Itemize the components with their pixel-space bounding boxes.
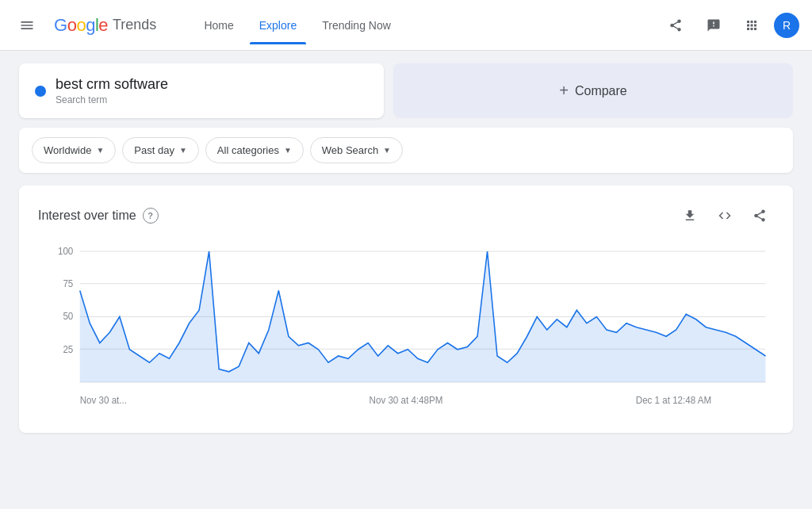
header: Google Trends Home Explore Trending Now … [0,0,812,51]
logo-trends-text: Trends [113,17,156,33]
svg-text:Dec 1 at 12:48 AM: Dec 1 at 12:48 AM [636,395,711,406]
main-nav: Home Explore Trending Now [194,13,400,38]
filter-search-type-label: Web Search [322,144,378,156]
filter-time-arrow: ▼ [179,146,187,155]
apps-button[interactable] [736,10,768,41]
chart-actions [676,201,774,230]
filter-location[interactable]: Worldwide ▼ [32,137,116,163]
chart-title-group: Interest over time ? [38,208,159,224]
help-icon[interactable]: ? [143,208,159,224]
search-text-group: best crm software Search term [56,76,168,105]
filter-search-type-arrow: ▼ [383,146,391,155]
embed-chart-button[interactable] [710,201,739,230]
svg-text:Nov 30 at...: Nov 30 at... [80,395,127,406]
filter-location-arrow: ▼ [96,146,104,155]
chart-header: Interest over time ? [38,201,774,230]
menu-icon[interactable] [13,11,41,40]
svg-text:25: 25 [63,343,73,354]
nav-home[interactable]: Home [194,13,243,38]
chart-section: Interest over time ? [19,186,793,433]
share-chart-button[interactable] [745,201,774,230]
nav-explore[interactable]: Explore [250,13,306,38]
search-term: best crm software [56,76,168,93]
filter-category-arrow: ▼ [284,146,292,155]
filter-time-label: Past day [134,144,174,156]
logo-google-text: Google [54,15,108,36]
filter-time[interactable]: Past day ▼ [122,137,199,163]
svg-text:Nov 30 at 4:48PM: Nov 30 at 4:48PM [370,395,443,406]
search-type-label: Search term [56,94,168,105]
compare-box[interactable]: + Compare [393,63,793,118]
compare-label: Compare [575,84,627,98]
nav-trending[interactable]: Trending Now [312,13,400,38]
header-left: Google Trends Home Explore Trending Now [13,11,400,40]
filter-category-label: All categories [217,144,279,156]
compare-plus-icon: + [559,82,569,100]
logo[interactable]: Google Trends [54,15,156,36]
search-dot-indicator [35,86,46,97]
chart-container: 100 75 50 25 Nov 30 at... Nov 30 at 4:48… [38,243,774,417]
download-chart-button[interactable] [676,201,704,230]
svg-text:75: 75 [63,278,73,289]
interest-chart: 100 75 50 25 Nov 30 at... Nov 30 at 4:48… [38,243,774,417]
user-avatar[interactable]: R [774,13,799,38]
filter-category[interactable]: All categories ▼ [205,137,304,163]
header-right: R [660,10,799,41]
svg-text:100: 100 [58,246,74,257]
main-content: best crm software Search term + Compare … [0,51,812,509]
filter-search-type[interactable]: Web Search ▼ [310,137,403,163]
search-box: best crm software Search term [19,63,384,118]
feedback-button[interactable] [698,10,730,41]
svg-text:50: 50 [63,311,73,322]
share-button[interactable] [660,10,691,41]
filters-bar: Worldwide ▼ Past day ▼ All categories ▼ … [19,128,793,173]
filter-location-label: Worldwide [44,144,91,156]
chart-title: Interest over time [38,209,136,223]
search-section: best crm software Search term + Compare [19,63,793,118]
